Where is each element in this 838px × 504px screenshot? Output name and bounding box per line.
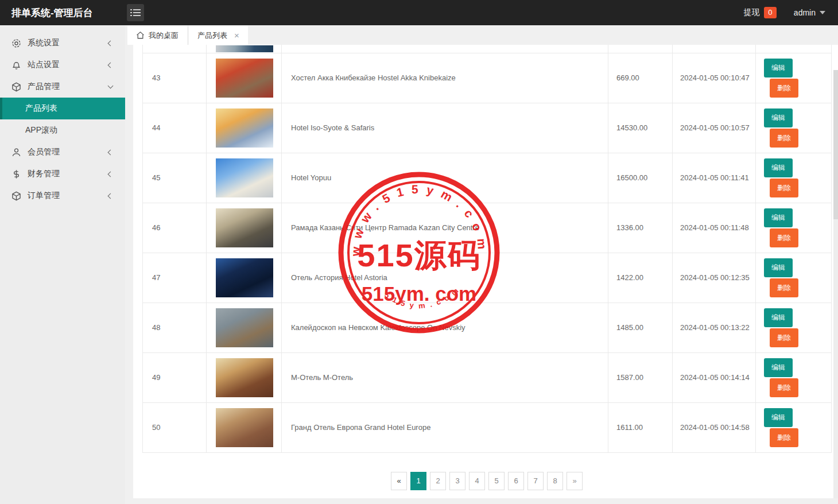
product-thumbnail (216, 308, 273, 347)
sidebar-item-member-management[interactable]: 会员管理 (0, 141, 125, 163)
user-icon (11, 148, 21, 157)
product-name-cell: М-Отель М-Отель (282, 352, 608, 402)
product-name-cell: Гранд Отель Европа Grand Hotel Europe (282, 402, 608, 452)
product-created-cell: 2024-01-05 00:11:41 (673, 153, 756, 203)
sidebar-item-label: 财务管理 (28, 169, 60, 179)
package-icon (11, 82, 21, 92)
tab-my-desktop[interactable]: 我的桌面 (127, 26, 187, 45)
edit-button[interactable]: 编辑 (764, 258, 793, 277)
product-created-cell: 2024-01-05 00:11:48 (673, 203, 756, 253)
prev-page-button[interactable]: « (391, 472, 407, 490)
action-buttons: 编辑删除 (756, 358, 831, 397)
withdraw-link[interactable]: 提现 0 (744, 7, 777, 18)
sidebar-item-product-management[interactable]: 产品管理 (0, 76, 125, 98)
product-price-cell: 1587.00 (608, 352, 673, 402)
delete-button[interactable]: 删除 (770, 378, 798, 397)
page-button-8[interactable]: 8 (547, 472, 563, 490)
product-thumbnail (216, 258, 273, 297)
table-row: 47Отель Астория Hotel Astoria1422.002024… (143, 253, 832, 303)
product-id-cell: 46 (143, 203, 207, 253)
product-actions-cell: 编辑删除 (756, 103, 832, 153)
table-cell (756, 45, 832, 53)
table-row: 44Hotel Iso-Syote & Safaris14530.002024-… (143, 103, 832, 153)
product-name-cell: Рамада Казань Сити Центр Ramada Kazan Ci… (282, 203, 608, 253)
page-button-5[interactable]: 5 (488, 472, 505, 490)
close-tab-icon[interactable]: × (234, 31, 239, 40)
package-icon (11, 191, 21, 201)
sidebar-item-order-management[interactable]: 订单管理 (0, 185, 125, 207)
product-actions-cell: 编辑删除 (756, 53, 832, 103)
sidebar-item-label: 站点设置 (28, 60, 60, 70)
gear-icon (11, 38, 21, 48)
table-cell (207, 45, 282, 53)
delete-button[interactable]: 删除 (770, 129, 798, 148)
page-button-2[interactable]: 2 (430, 472, 446, 490)
product-price-cell: 1336.00 (608, 203, 673, 253)
tab-label: 产品列表 (197, 30, 227, 41)
dollar-icon (11, 169, 21, 179)
edit-button[interactable]: 编辑 (764, 208, 793, 227)
edit-button[interactable]: 编辑 (764, 408, 793, 427)
sidebar-item-finance-management[interactable]: 财务管理 (0, 163, 125, 185)
sidebar-toggle-button[interactable] (127, 4, 144, 21)
product-created-cell: 2024-01-05 00:10:47 (673, 53, 756, 103)
product-thumbnail (216, 208, 273, 247)
next-page-button[interactable]: » (567, 472, 583, 490)
scrollbar[interactable] (833, 70, 838, 498)
delete-button[interactable]: 删除 (770, 328, 798, 347)
delete-button[interactable]: 删除 (770, 79, 798, 98)
action-buttons: 编辑删除 (756, 108, 831, 148)
user-menu[interactable]: admin (794, 8, 825, 17)
page-button-1[interactable]: 1 (410, 472, 426, 490)
action-buttons: 编辑删除 (756, 408, 831, 447)
delete-button[interactable]: 删除 (770, 278, 798, 297)
chevron-left-icon (108, 149, 114, 155)
page-button-7[interactable]: 7 (527, 472, 544, 490)
sidebar-subitem-product-list[interactable]: 产品列表 (0, 98, 125, 119)
chevron-left-icon (108, 171, 114, 177)
product-image-cell (207, 402, 282, 452)
table-cell (608, 45, 673, 53)
product-price-cell: 669.00 (608, 53, 673, 103)
sidebar-subitem-app-scroll[interactable]: APP滚动 (0, 119, 125, 141)
delete-button[interactable]: 删除 (770, 228, 798, 247)
edit-button[interactable]: 编辑 (764, 158, 793, 177)
delete-button[interactable]: 删除 (770, 428, 798, 447)
scrollbar-thumb[interactable] (833, 70, 838, 219)
product-id-cell: 45 (143, 153, 207, 203)
sidebar-item-site-settings[interactable]: 站点设置 (0, 54, 125, 76)
bell-icon (11, 60, 21, 70)
product-thumbnail-partial (216, 45, 273, 52)
product-created-cell: 2024-01-05 00:14:14 (673, 352, 756, 402)
topbar: 排单系统-管理后台 提现 0 admin (0, 0, 838, 25)
product-thumbnail (216, 408, 273, 447)
product-id-cell: 50 (143, 402, 207, 452)
chevron-down-icon (108, 83, 114, 89)
edit-button[interactable]: 编辑 (764, 308, 793, 327)
table-row: 46Рамада Казань Сити Центр Ramada Kazan … (143, 203, 832, 253)
edit-button[interactable]: 编辑 (764, 358, 793, 377)
product-image-cell (207, 203, 282, 253)
product-image-cell (207, 153, 282, 203)
product-thumbnail (216, 108, 273, 148)
product-name-cell: Hotel Yopuu (282, 153, 608, 203)
product-price-cell: 1611.00 (608, 402, 673, 452)
page-button-6[interactable]: 6 (508, 472, 524, 490)
tab-product-list[interactable]: 产品列表× (189, 26, 248, 45)
page-button-3[interactable]: 3 (449, 472, 465, 490)
product-price-cell: 16500.00 (608, 153, 673, 203)
chevron-left-icon (108, 62, 114, 68)
table-row: 50Гранд Отель Европа Grand Hotel Europe1… (143, 402, 832, 452)
tab-label: 我的桌面 (149, 30, 179, 41)
table-row: 45Hotel Yopuu16500.002024-01-05 00:11:41… (143, 153, 832, 203)
product-image-cell (207, 53, 282, 103)
table-cell (673, 45, 756, 53)
edit-button[interactable]: 编辑 (764, 108, 793, 127)
chevron-left-icon (108, 40, 114, 46)
sidebar-item-label: 订单管理 (28, 191, 60, 201)
page-button-4[interactable]: 4 (469, 472, 485, 490)
sidebar-item-system-settings[interactable]: 系统设置 (0, 32, 125, 54)
edit-button[interactable]: 编辑 (764, 59, 793, 77)
delete-button[interactable]: 删除 (770, 179, 798, 197)
product-image-cell (207, 303, 282, 352)
